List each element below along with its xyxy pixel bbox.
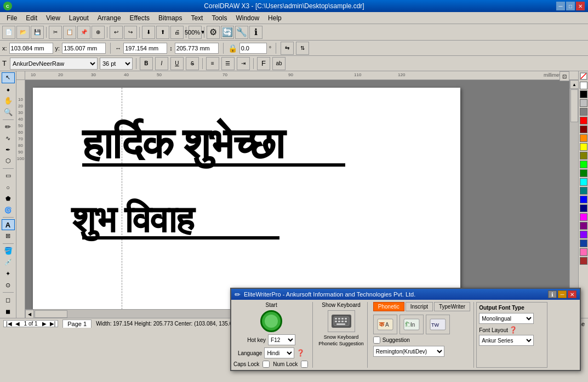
scroll-thumb-v[interactable]	[570, 89, 578, 122]
suggestion-checkbox[interactable]	[373, 337, 380, 344]
hotkey-select[interactable]: F12	[268, 334, 295, 345]
menu-edit[interactable]: Edit	[21, 13, 42, 23]
paste-btn[interactable]: 📌	[77, 26, 90, 39]
ankur-select[interactable]: Ankur Series	[479, 335, 534, 346]
print-btn[interactable]: 🖨	[170, 26, 184, 39]
import-btn[interactable]: ⬇	[142, 26, 155, 39]
elite-info-btn[interactable]: ℹ	[548, 290, 557, 298]
inscript-btn[interactable]: ि In	[399, 315, 424, 334]
elite-minimize-btn[interactable]: ─	[558, 290, 567, 298]
menu-file[interactable]: File	[2, 13, 21, 23]
width-input[interactable]	[123, 43, 167, 54]
hindi-text-1[interactable]: हार्दिक शुभेच्छा	[82, 121, 455, 168]
calligraphy-tool[interactable]: ✒	[2, 144, 15, 155]
page-last-btn[interactable]: ▶|	[49, 321, 57, 327]
pan-tool[interactable]: ✋	[2, 95, 15, 106]
smart-fill-tool[interactable]: ⬡	[2, 156, 15, 167]
cut-btn[interactable]: ✂	[49, 26, 62, 39]
start-button[interactable]	[260, 310, 282, 332]
elite-close-btn[interactable]: ✕	[568, 290, 576, 298]
y-input[interactable]	[62, 43, 106, 54]
rectangle-tool[interactable]: ▭	[2, 170, 15, 181]
color-violet[interactable]	[580, 231, 587, 238]
scroll-up-btn[interactable]: ▲	[570, 80, 578, 89]
color-black[interactable]	[580, 90, 587, 98]
color-brown[interactable]	[580, 257, 587, 265]
canvas-container[interactable]: 10 20 30 40 50 70 90 110 120 millimeters…	[16, 71, 578, 318]
scroll-thumb-h[interactable]	[35, 310, 67, 318]
color-darkblue[interactable]	[580, 240, 587, 247]
settings-btn1[interactable]: ⚙	[207, 26, 220, 39]
node-tool[interactable]: ⬥	[2, 84, 15, 95]
text-style-btn[interactable]: F	[257, 57, 270, 70]
color-orange[interactable]	[580, 134, 587, 142]
undo-btn[interactable]: ↩	[110, 26, 123, 39]
italic-btn[interactable]: I	[155, 57, 168, 70]
menu-effects[interactable]: Effects	[125, 13, 154, 23]
typewriter-tab[interactable]: TypeWriter	[434, 302, 470, 311]
ellipse-tool[interactable]: ○	[2, 182, 15, 193]
outline-tool[interactable]: ◻	[2, 294, 15, 305]
scroll-left-btn[interactable]: ◀	[25, 310, 34, 318]
typewriter-btn[interactable]: TW	[426, 315, 450, 334]
page-tab[interactable]: Page 1	[62, 320, 92, 328]
angle-input[interactable]	[239, 43, 267, 54]
zoom-tool[interactable]: 🔍	[2, 107, 15, 118]
menu-layout[interactable]: Layout	[65, 13, 93, 23]
color-olive[interactable]	[580, 152, 587, 159]
menu-window[interactable]: Window	[231, 13, 264, 23]
text-tool[interactable]: A	[2, 219, 15, 230]
color-pink[interactable]	[580, 248, 587, 256]
export-btn[interactable]: ⬆	[156, 26, 169, 39]
eyedropper-tool[interactable]: 💉	[2, 257, 15, 268]
menu-bitmaps[interactable]: Bitmaps	[154, 13, 186, 23]
bold-btn[interactable]: B	[140, 57, 153, 70]
language-select[interactable]: Hindi	[264, 347, 294, 358]
inscript-tab[interactable]: Inscript	[406, 302, 433, 311]
menu-tools[interactable]: Tools	[207, 13, 231, 23]
redo-btn[interactable]: ↪	[124, 26, 137, 39]
indent-btn[interactable]: ⇥	[237, 57, 250, 70]
numlock-checkbox[interactable]	[301, 361, 308, 368]
freehand-tool[interactable]: ✏	[2, 121, 15, 132]
menu-help[interactable]: Help	[264, 13, 286, 23]
page-next-btn[interactable]: ▶	[41, 321, 48, 327]
menu-arrange[interactable]: Arrange	[93, 13, 125, 23]
strikethrough-btn[interactable]: S̶	[186, 57, 199, 70]
color-white[interactable]	[580, 82, 587, 89]
font-select[interactable]: AnkurDevNeerRaw	[10, 58, 98, 70]
no-color-btn[interactable]	[580, 72, 587, 80]
blend-tool[interactable]: ⊙	[2, 280, 15, 290]
menu-text[interactable]: Text	[186, 13, 207, 23]
hindi-text-2[interactable]: शुभ विवाह	[71, 199, 455, 241]
color-cyan[interactable]	[580, 178, 587, 186]
height-input[interactable]	[175, 43, 219, 54]
color-navy[interactable]	[580, 204, 587, 212]
settings-btn2[interactable]: 🔄	[221, 26, 234, 39]
interactive-tool[interactable]: ✦	[2, 269, 15, 280]
color-yellow[interactable]	[580, 143, 587, 151]
close-button[interactable]: ✕	[576, 2, 585, 10]
font-layout-help[interactable]: ❓	[509, 326, 517, 334]
color-lime[interactable]	[580, 161, 587, 168]
copy-btn[interactable]: 📋	[63, 26, 76, 39]
maximize-button[interactable]: □	[566, 2, 575, 10]
save-btn[interactable]: 💾	[31, 26, 44, 39]
mirror-h-btn[interactable]: ⇆	[281, 42, 294, 55]
underline-btn[interactable]: U	[170, 57, 184, 70]
paste-special-btn[interactable]: ⊕	[92, 26, 105, 39]
zoom-fit-btn[interactable]: ⊡	[560, 71, 569, 81]
color-blue[interactable]	[580, 196, 587, 203]
x-input[interactable]	[9, 43, 53, 54]
color-magenta[interactable]	[580, 213, 587, 221]
color-gray[interactable]	[580, 108, 587, 116]
ab-btn[interactable]: ab	[272, 57, 286, 70]
color-green[interactable]	[580, 169, 587, 177]
remington-select[interactable]: Remington(KrutiDev)	[373, 346, 444, 357]
info-btn[interactable]: ℹ	[249, 26, 262, 39]
table-tool[interactable]: ⊞	[2, 231, 15, 242]
color-red[interactable]	[580, 117, 587, 124]
align-left-btn[interactable]: ≡	[206, 57, 219, 70]
mirror-v-btn[interactable]: ⇅	[296, 42, 309, 55]
capslock-checkbox[interactable]	[262, 361, 270, 368]
